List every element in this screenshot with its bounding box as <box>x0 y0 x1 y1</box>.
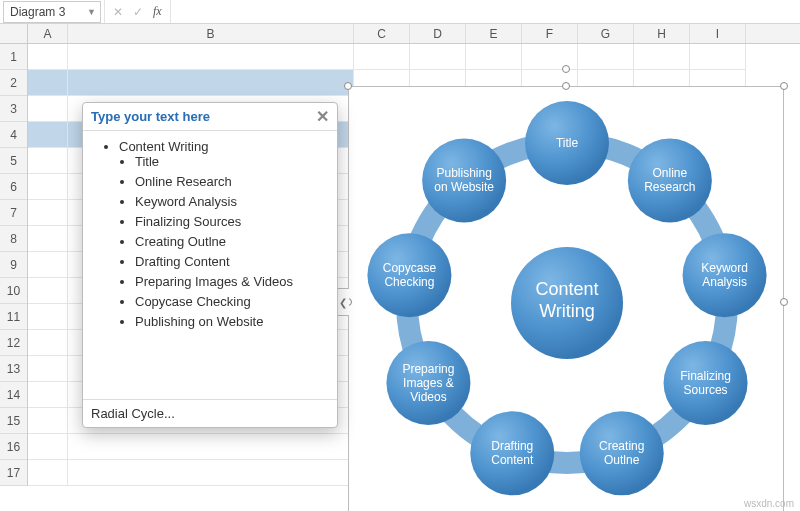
row-header[interactable]: 10 <box>0 278 27 304</box>
cell[interactable] <box>68 70 354 96</box>
close-icon[interactable]: ✕ <box>316 111 329 123</box>
text-pane-item[interactable]: Online Research <box>135 174 329 189</box>
diagram-node-label: Images & <box>403 376 454 390</box>
diagram-node-label: Checking <box>384 275 434 289</box>
cell[interactable] <box>28 304 68 330</box>
diagram-center-label: Content <box>535 279 598 299</box>
row-header[interactable]: 15 <box>0 408 27 434</box>
row-header[interactable]: 17 <box>0 460 27 486</box>
cell[interactable] <box>28 122 68 148</box>
text-pane-item[interactable]: Drafting Content <box>135 254 329 269</box>
cell[interactable] <box>28 96 68 122</box>
row-header[interactable]: 2 <box>0 70 27 96</box>
cell[interactable] <box>28 356 68 382</box>
diagram-node-label: Sources <box>684 383 728 397</box>
cell[interactable] <box>634 44 690 70</box>
diagram-node-label: Research <box>644 180 695 194</box>
cell[interactable] <box>68 434 354 460</box>
worksheet: ABCDEFGHI 1234567891011121314151617 ❮ Co… <box>0 24 800 511</box>
text-pane-root[interactable]: Content Writing <box>119 139 208 154</box>
row-header[interactable]: 3 <box>0 96 27 122</box>
diagram-center-label: Writing <box>539 301 595 321</box>
row-header[interactable]: 6 <box>0 174 27 200</box>
smartart-frame[interactable]: ❮ ContentWritingTitleOnlineResearchKeywo… <box>348 86 784 511</box>
enter-icon[interactable]: ✓ <box>133 5 143 19</box>
text-pane-header: Type your text here ✕ <box>83 103 337 131</box>
cell[interactable] <box>690 44 746 70</box>
row-header[interactable]: 12 <box>0 330 27 356</box>
row-header[interactable]: 16 <box>0 434 27 460</box>
cell[interactable] <box>28 382 68 408</box>
row-header[interactable]: 5 <box>0 148 27 174</box>
text-pane-list[interactable]: Content Writing TitleOnline ResearchKeyw… <box>83 131 337 399</box>
row-header[interactable]: 7 <box>0 200 27 226</box>
resize-handle[interactable] <box>780 298 788 306</box>
column-header[interactable]: G <box>578 24 634 43</box>
cell[interactable] <box>578 44 634 70</box>
text-pane-item[interactable]: Keyword Analysis <box>135 194 329 209</box>
text-pane-item[interactable]: Preparing Images & Videos <box>135 274 329 289</box>
column-header[interactable]: F <box>522 24 578 43</box>
diagram-node-label: Finalizing <box>680 369 731 383</box>
diagram-node-label: Online <box>653 166 688 180</box>
name-box[interactable]: Diagram 3 ▼ <box>3 1 101 23</box>
column-header[interactable]: B <box>68 24 354 43</box>
cell[interactable] <box>28 44 68 70</box>
diagram-node-label: Copycase <box>383 261 437 275</box>
text-pane-item[interactable]: Publishing on Website <box>135 314 329 329</box>
cell[interactable] <box>28 252 68 278</box>
row-header[interactable]: 8 <box>0 226 27 252</box>
row-header[interactable]: 11 <box>0 304 27 330</box>
column-header[interactable]: H <box>634 24 690 43</box>
cell[interactable] <box>410 44 466 70</box>
row-header[interactable]: 14 <box>0 382 27 408</box>
select-all-corner[interactable] <box>0 24 28 43</box>
row-header[interactable]: 4 <box>0 122 27 148</box>
cell[interactable] <box>68 44 354 70</box>
diagram-node-label: Publishing <box>436 166 491 180</box>
text-pane-item[interactable]: Finalizing Sources <box>135 214 329 229</box>
cell[interactable] <box>28 226 68 252</box>
diagram-node-label: Analysis <box>702 275 747 289</box>
smartart-text-pane[interactable]: Type your text here ✕ Content Writing Ti… <box>82 102 338 428</box>
resize-handle[interactable] <box>344 82 352 90</box>
resize-handle[interactable] <box>780 82 788 90</box>
text-pane-item[interactable]: Title <box>135 154 329 169</box>
diagram-node-label: Outlne <box>604 453 640 467</box>
formula-input[interactable] <box>170 0 800 23</box>
cell[interactable] <box>68 460 354 486</box>
formula-bar: Diagram 3 ▼ ✕ ✓ fx <box>0 0 800 24</box>
cell[interactable] <box>354 44 410 70</box>
column-header[interactable]: C <box>354 24 410 43</box>
cell[interactable] <box>28 330 68 356</box>
fx-icon[interactable]: fx <box>153 4 162 19</box>
name-box-value: Diagram 3 <box>10 5 65 19</box>
text-pane-footer: Radial Cycle... <box>83 399 337 427</box>
column-header[interactable]: D <box>410 24 466 43</box>
cell[interactable] <box>28 408 68 434</box>
cell[interactable] <box>28 434 68 460</box>
column-headers: ABCDEFGHI <box>0 24 800 44</box>
cell[interactable] <box>522 44 578 70</box>
formula-icons: ✕ ✓ fx <box>104 0 170 23</box>
row-header[interactable]: 1 <box>0 44 27 70</box>
column-header[interactable]: E <box>466 24 522 43</box>
cell[interactable] <box>28 148 68 174</box>
column-header[interactable]: A <box>28 24 68 43</box>
cell[interactable] <box>28 200 68 226</box>
rotate-handle[interactable] <box>562 65 570 73</box>
cancel-icon[interactable]: ✕ <box>113 5 123 19</box>
cell[interactable] <box>28 174 68 200</box>
column-header[interactable]: I <box>690 24 746 43</box>
row-header[interactable]: 13 <box>0 356 27 382</box>
cell[interactable] <box>28 278 68 304</box>
row-header[interactable]: 9 <box>0 252 27 278</box>
resize-handle[interactable] <box>562 82 570 90</box>
text-pane-item[interactable]: Copycase Checking <box>135 294 329 309</box>
cell[interactable] <box>28 70 68 96</box>
cell[interactable] <box>466 44 522 70</box>
radial-cycle-diagram: ContentWritingTitleOnlineResearchKeyword… <box>349 87 785 511</box>
text-pane-item[interactable]: Creating Outlne <box>135 234 329 249</box>
cell[interactable] <box>28 460 68 486</box>
diagram-node-label: Title <box>556 136 579 150</box>
